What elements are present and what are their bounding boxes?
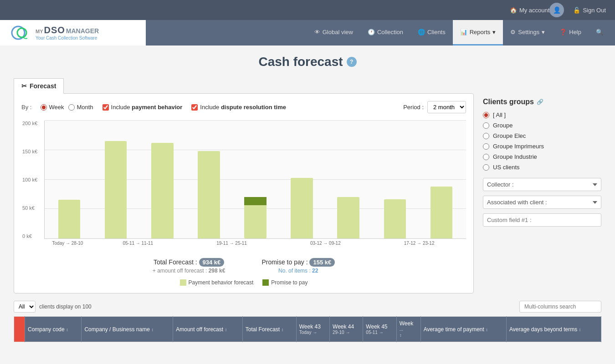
group-imprimeurs-radio[interactable] (483, 143, 489, 150)
period-select[interactable]: 2 month 1 month 3 month (427, 101, 466, 113)
group-groupe-radio[interactable] (483, 122, 489, 129)
y-label-200: 200 k€ (22, 121, 37, 126)
forecast-tab-label: Forecast (30, 82, 56, 90)
sort-week-icon[interactable]: ↕ (400, 333, 402, 338)
collector-select[interactable]: Collector : (483, 178, 601, 191)
week-radio[interactable] (41, 104, 47, 111)
main-content: Cash forecast ? ✂ Forecast By : Week Mon… (0, 46, 615, 351)
bar-forecast-5b (430, 187, 452, 238)
display-select[interactable]: All 10 25 50 (14, 301, 36, 313)
associated-client-select[interactable]: Associated with client : (483, 196, 601, 209)
group-elec-label[interactable]: Groupe Elec (483, 132, 601, 139)
sort-business-name-icon[interactable]: ↕ (151, 327, 154, 332)
forecast-legend: Payment behavior forecast (180, 279, 254, 286)
bar-stack-5a (375, 120, 415, 238)
week-radio-label[interactable]: Week (41, 104, 64, 111)
bar-group-3a (189, 120, 229, 238)
promise-label: Promise to pay : (261, 258, 308, 266)
period-select-group: Period : 2 month 1 month 3 month (403, 101, 466, 113)
group-industrie-label[interactable]: Groupe Industrie (483, 153, 601, 160)
page-title: Cash forecast (258, 55, 343, 69)
group-industrie-text: Groupe Industrie (493, 153, 537, 160)
header: MY DSO MANAGER Your Cash Collection Soft… (0, 20, 615, 46)
group-imprimeurs-label[interactable]: Groupe Imprimeurs (483, 143, 601, 150)
dispute-resolution-checkbox-label[interactable]: Include dispute resolution time (191, 104, 286, 111)
clients-groups-radio: [ All ] Groupe Groupe Elec Groupe Imprim… (483, 111, 601, 171)
group-elec-text: Groupe Elec (493, 132, 526, 139)
legend-row: Payment behavior forecast Promise to pay (21, 279, 466, 286)
promise-legend: Promise to pay (262, 279, 308, 286)
payment-behavior-checkbox-label[interactable]: Include payment behavior (102, 104, 183, 111)
sort-amount-off-icon[interactable]: ↕ (225, 327, 227, 332)
bar-forecast-1 (58, 200, 80, 238)
logo-prefix: MY (36, 29, 43, 34)
multi-search-input[interactable] (519, 301, 601, 313)
bar-group-4a (282, 120, 322, 238)
th-business-name: Company / Business name ↕ (82, 317, 173, 342)
nav-settings[interactable]: ⚙ Settings ▾ (503, 20, 552, 46)
group-imprimeurs-text: Groupe Imprimeurs (493, 143, 544, 150)
group-all-radio[interactable] (483, 112, 489, 118)
reports-icon: 📊 (460, 29, 467, 35)
th-flag (14, 317, 25, 342)
page-help-icon[interactable]: ? (347, 57, 357, 67)
controls-row: By : Week Month Include payment behavior (21, 101, 466, 113)
th-avg-days: Average days beyond terms ↕ (507, 317, 601, 342)
sort-total-forecast-icon[interactable]: ↕ (282, 327, 284, 332)
bar-group-4b (328, 120, 369, 238)
group-groupe-label[interactable]: Groupe (483, 122, 601, 129)
nav-settings-label: Settings (518, 29, 539, 35)
by-label: By : (21, 104, 31, 111)
group-elec-radio[interactable] (483, 133, 489, 139)
nav-collection[interactable]: 🕐 Collection (360, 20, 410, 46)
group-groupe-text: Groupe (493, 122, 512, 129)
nav-search[interactable]: 🔍 (589, 20, 610, 46)
sort-company-code-icon[interactable]: ↕ (66, 327, 68, 332)
logo-text: MY DSO MANAGER Your Cash Collection Soft… (36, 25, 99, 40)
help-icon: ❓ (559, 29, 567, 35)
sign-out-icon: 🔓 (573, 7, 580, 14)
chart-bars (44, 121, 466, 239)
top-bar: 🏠 My account 👤 🔓 Sign Out (0, 0, 615, 20)
bar-group-1 (49, 120, 89, 238)
items-link[interactable]: No. of items : 22 (278, 268, 318, 274)
user-avatar[interactable]: 👤 (549, 3, 564, 17)
month-radio-text: Month (77, 104, 93, 111)
forecast-tab[interactable]: ✂ Forecast (14, 78, 64, 94)
month-radio[interactable] (68, 104, 75, 111)
nav-global-view[interactable]: 👁 Global view (307, 20, 360, 46)
external-link-icon[interactable]: 🔗 (537, 99, 543, 105)
month-radio-label[interactable]: Month (68, 104, 93, 111)
group-all-label[interactable]: [ All ] (483, 111, 601, 118)
bar-stack-1 (49, 120, 89, 238)
group-us-label[interactable]: US clients (483, 164, 601, 171)
table-header-row: Company code ↕ Company / Business name ↕… (14, 317, 601, 342)
promise-to-pay-stat: Promise to pay : 155 k€ No. of items : 2… (261, 258, 335, 274)
nav-clients[interactable]: 🌐 Clients (410, 20, 453, 46)
bar-stack-3a (189, 120, 229, 238)
nav-reports[interactable]: 📊 Reports ▾ (453, 20, 503, 46)
page-title-area: Cash forecast ? (14, 55, 601, 69)
th-avg-time: Average time of payment ↕ (420, 317, 506, 342)
logo-tagline: Your Cash Collection Software (36, 35, 99, 40)
table-controls: All 10 25 50 clients display on 100 (14, 301, 601, 313)
bar-forecast-3a (198, 151, 220, 238)
bar-stack-4b (328, 120, 369, 238)
display-controls: All 10 25 50 clients display on 100 (14, 301, 92, 313)
nav-help[interactable]: ❓ Help (552, 20, 589, 46)
custom-field-input[interactable] (483, 213, 601, 227)
group-industrie-radio[interactable] (483, 154, 489, 160)
payment-behavior-checkbox[interactable] (102, 104, 109, 111)
sort-avg-time-icon[interactable]: ↕ (486, 327, 488, 332)
bar-stack-2b (142, 120, 182, 238)
bar-group-3b (235, 120, 275, 238)
dispute-resolution-checkbox[interactable] (191, 104, 198, 111)
sort-avg-days-icon[interactable]: ↕ (579, 327, 581, 332)
period-label: Period : (403, 104, 424, 111)
x-label-5: 17-12 → 23-12 (372, 241, 466, 246)
total-forecast-stat: Total Forecast : 934 k€ + amount off for… (153, 258, 226, 274)
bar-forecast-4b (337, 197, 359, 238)
group-us-radio[interactable] (483, 164, 489, 171)
sign-out-link[interactable]: 🔓 Sign Out (573, 7, 606, 14)
my-account-link[interactable]: 🏠 My account (510, 7, 549, 14)
